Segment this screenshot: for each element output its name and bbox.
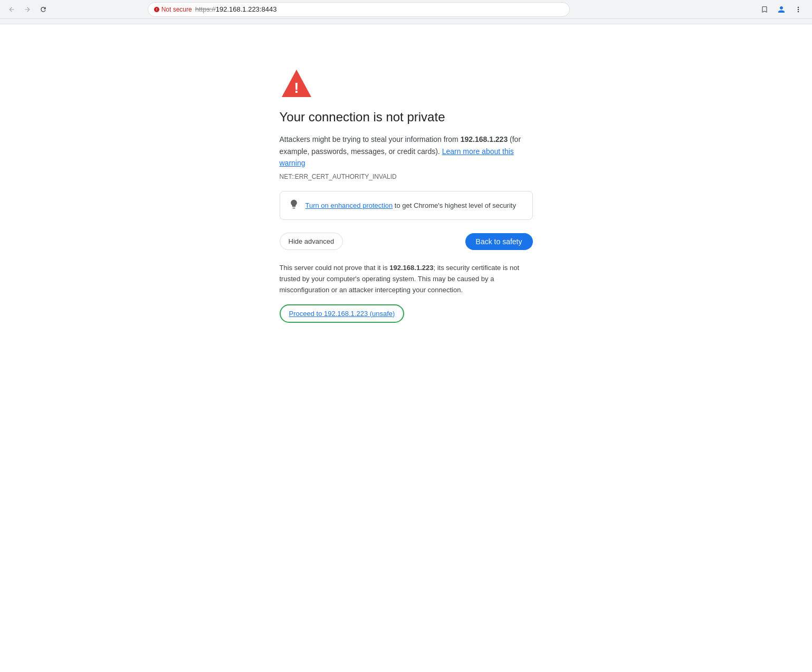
enhanced-protection-box: Turn on enhanced protection to get Chrom…	[280, 191, 533, 220]
bookmark-button[interactable]	[757, 2, 772, 17]
back-to-safety-button[interactable]: Back to safety	[465, 233, 533, 250]
not-secure-badge: Not secure	[154, 6, 192, 13]
back-button[interactable]	[4, 2, 19, 17]
lightbulb-icon	[289, 199, 299, 212]
buttons-row: Hide advanced Back to safety	[280, 233, 533, 250]
advanced-text-host: 192.168.1.223	[389, 264, 433, 272]
hide-advanced-button[interactable]: Hide advanced	[280, 233, 343, 250]
proceed-unsafe-button[interactable]: Proceed to 192.168.1.223 (unsafe)	[280, 304, 405, 323]
browser-toolbar: Not secure https://192.168.1.223:8443	[0, 0, 812, 19]
enhanced-protection-link[interactable]: Turn on enhanced protection	[305, 201, 393, 209]
reload-button[interactable]	[36, 2, 51, 17]
error-description: Attackers might be trying to steal your …	[280, 133, 533, 169]
warning-triangle-icon: !	[280, 66, 313, 100]
page-content: ! Your connection is not private Attacke…	[0, 24, 812, 323]
url-scheme: https://	[195, 5, 216, 13]
forward-button[interactable]	[20, 2, 35, 17]
error-desc-prefix: Attackers might be trying to steal your …	[280, 135, 461, 143]
error-container: ! Your connection is not private Attacke…	[280, 66, 533, 323]
error-code: NET::ERR_CERT_AUTHORITY_INVALID	[280, 173, 397, 180]
advanced-text-prefix: This server could not prove that it is	[280, 264, 390, 272]
svg-text:!: !	[294, 80, 299, 96]
url-host: 192.168.1.223	[216, 5, 260, 13]
nav-buttons	[4, 2, 51, 17]
url-port: :8443	[260, 5, 277, 13]
enhanced-protection-suffix: to get Chrome's highest level of securit…	[393, 201, 516, 209]
menu-button[interactable]	[791, 2, 806, 17]
address-text: https://192.168.1.223:8443	[195, 5, 277, 13]
advanced-info-text: This server could not prove that it is 1…	[280, 263, 533, 295]
not-secure-label: Not secure	[161, 6, 192, 13]
enhanced-protection-text: Turn on enhanced protection to get Chrom…	[305, 201, 516, 209]
error-desc-host: 192.168.1.223	[461, 135, 508, 143]
error-title: Your connection is not private	[280, 109, 445, 125]
profile-button[interactable]	[774, 2, 789, 17]
warning-icon-wrap: !	[280, 66, 533, 100]
toolbar-right	[757, 2, 806, 17]
address-bar[interactable]: Not secure https://192.168.1.223:8443	[148, 2, 570, 17]
